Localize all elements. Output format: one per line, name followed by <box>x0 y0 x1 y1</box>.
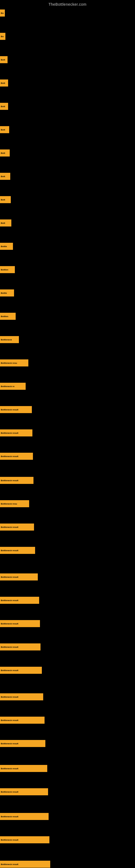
bar-row-9: Bott <box>0 212 135 234</box>
bar-15: Bottleneck resu <box>0 360 28 367</box>
bar-24: Bottleneck result <box>0 574 38 581</box>
bar-row-19: Bottleneck result <box>0 445 135 467</box>
bar-row-12: Bottle <box>0 282 135 304</box>
bar-row-24: Bottleneck result <box>0 566 135 588</box>
bar-label-26: Bottleneck result <box>1 622 18 625</box>
bar-row-10: Bottle <box>0 236 135 257</box>
bar-row-23: Bottleneck result <box>0 539 135 561</box>
bar-row-20: Bottleneck result <box>0 469 135 491</box>
bar-14: Bottleneck <box>0 336 19 343</box>
bar-35: Bottleneck result <box>0 836 49 843</box>
bar-label-32: Bottleneck result <box>1 767 18 770</box>
bar-26: Bottleneck result <box>0 620 40 627</box>
bar-row-15: Bottleneck resu <box>0 352 135 374</box>
bar-row-16: Bottleneck re <box>0 375 135 397</box>
bar-label-11: Bottlen <box>1 269 8 271</box>
bar-row-36: Bottleneck result <box>0 854 135 868</box>
bar-11: Bottlen <box>0 266 15 273</box>
bar-9: Bott <box>0 219 11 226</box>
bar-label-23: Bottleneck result <box>1 549 18 552</box>
bar-label-19: Bottleneck result <box>1 455 18 458</box>
bar-label-36: Bottleneck result <box>1 863 18 866</box>
bar-label-33: Bottleneck result <box>1 791 18 793</box>
bar-8: Bott <box>0 196 11 203</box>
bar-label-9: Bott <box>1 222 5 224</box>
bar-23: Bottleneck result <box>0 547 35 554</box>
bar-19: Bottleneck result <box>0 453 33 460</box>
bar-36: Bottleneck result <box>0 861 50 868</box>
bar-32: Bottleneck result <box>0 765 47 772</box>
bar-row-26: Bottleneck result <box>0 613 135 634</box>
bar-row-13: Bottlen <box>0 305 135 327</box>
bar-label-16: Bottleneck re <box>1 385 14 388</box>
bar-label-1: Bo <box>1 35 4 38</box>
bar-28: Bottleneck result <box>0 667 42 674</box>
bar-2: Bott <box>0 56 8 63</box>
bar-row-29: Bottleneck result <box>0 686 135 708</box>
bar-3: Bott <box>0 80 8 87</box>
bar-27: Bottleneck result <box>0 643 41 650</box>
bar-label-28: Bottleneck result <box>1 669 18 672</box>
bar-row-7: Bott <box>0 165 135 187</box>
bar-0: Bo <box>0 9 5 17</box>
bar-22: Bottleneck result <box>0 524 34 531</box>
bar-label-27: Bottleneck result <box>1 646 18 648</box>
bar-21: Bottleneck resu <box>0 500 29 507</box>
bar-row-30: Bottleneck result <box>0 709 135 731</box>
bar-label-12: Bottle <box>1 292 7 294</box>
bar-row-27: Bottleneck result <box>0 636 135 658</box>
bar-label-3: Bott <box>1 82 5 84</box>
bar-row-25: Bottleneck result <box>0 589 135 611</box>
bar-row-35: Bottleneck result <box>0 829 135 850</box>
bar-row-21: Bottleneck resu <box>0 493 135 515</box>
bar-row-32: Bottleneck result <box>0 757 135 779</box>
bar-row-2: Bott <box>0 49 135 70</box>
bar-33: Bottleneck result <box>0 788 48 795</box>
bar-label-13: Bottlen <box>1 315 8 318</box>
bar-13: Bottlen <box>0 313 16 320</box>
bar-label-17: Bottleneck result <box>1 408 18 411</box>
bar-7: Bott <box>0 173 10 180</box>
bar-label-22: Bottleneck result <box>1 526 18 528</box>
bar-row-0: Bo <box>0 2 135 24</box>
bar-label-29: Bottleneck result <box>1 696 18 698</box>
bar-label-25: Bottleneck result <box>1 599 18 601</box>
bar-34: Bottleneck result <box>0 813 49 820</box>
bar-31: Bottleneck result <box>0 740 45 747</box>
bar-row-31: Bottleneck result <box>0 733 135 754</box>
bar-row-14: Bottleneck <box>0 329 135 350</box>
bar-row-6: Bott <box>0 142 135 164</box>
bar-label-10: Bottle <box>1 245 7 248</box>
bar-row-33: Bottleneck result <box>0 781 135 803</box>
bar-label-18: Bottleneck result <box>1 432 18 434</box>
bar-row-5: Bott <box>0 119 135 141</box>
bar-label-14: Bottleneck <box>1 339 12 341</box>
bar-label-35: Bottleneck result <box>1 839 18 841</box>
bar-17: Bottleneck result <box>0 406 32 413</box>
bar-5: Bott <box>0 126 9 133</box>
bar-label-30: Bottleneck result <box>1 719 18 721</box>
bar-12: Bottle <box>0 289 14 297</box>
bar-row-34: Bottleneck result <box>0 806 135 827</box>
bar-label-15: Bottleneck resu <box>1 362 17 364</box>
bar-row-11: Bottlen <box>0 259 135 280</box>
bar-label-34: Bottleneck result <box>1 815 18 818</box>
bar-label-5: Bott <box>1 129 5 131</box>
bar-row-3: Bott <box>0 72 135 94</box>
bar-row-1: Bo <box>0 26 135 47</box>
bar-label-2: Bott <box>1 59 5 61</box>
bar-29: Bottleneck result <box>0 693 43 701</box>
bar-label-0: Bo <box>1 12 4 14</box>
bar-row-18: Bottleneck result <box>0 422 135 444</box>
bar-row-17: Bottleneck result <box>0 399 135 421</box>
bar-label-31: Bottleneck result <box>1 742 18 745</box>
bar-20: Bottleneck result <box>0 477 34 484</box>
bar-row-28: Bottleneck result <box>0 659 135 681</box>
bar-6: Bott <box>0 150 10 156</box>
bar-label-21: Bottleneck resu <box>1 503 17 505</box>
bar-1: Bo <box>0 33 5 40</box>
bar-4: Bott <box>0 103 8 110</box>
bar-16: Bottleneck re <box>0 383 26 390</box>
bar-label-24: Bottleneck result <box>1 576 18 578</box>
bar-18: Bottleneck result <box>0 429 32 436</box>
